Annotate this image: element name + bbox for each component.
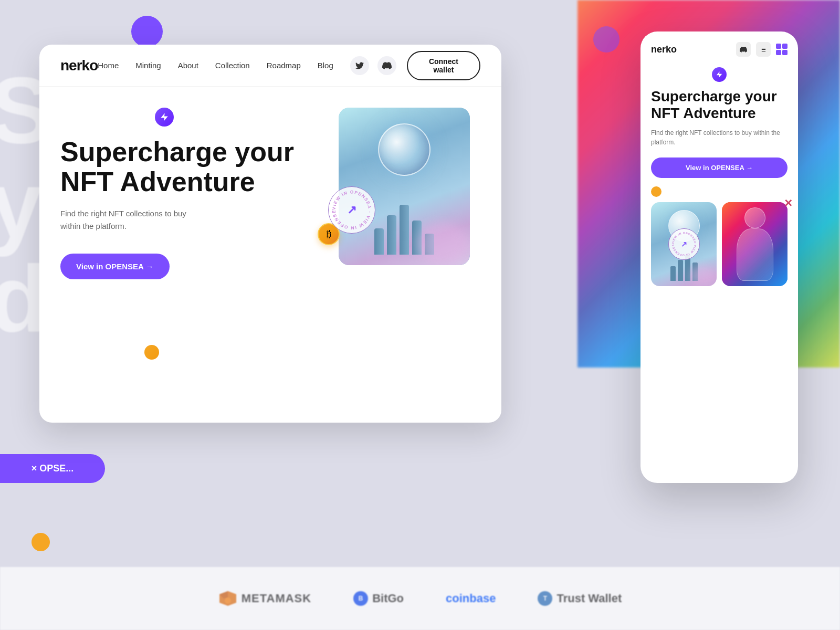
mobile-nav-icons: ☰ (736, 42, 788, 57)
bg-circle-purple (131, 16, 163, 47)
grid-dot-3 (776, 50, 781, 55)
mobile-nav: nerko ☰ (640, 32, 798, 62)
pillar-3 (400, 205, 409, 255)
bg-metamask-logo: METAMASK (218, 590, 311, 607)
mobile-discord-svg (740, 47, 747, 52)
twitter-icon-btn[interactable] (350, 56, 369, 75)
nav-home[interactable]: Home (98, 61, 119, 70)
grid-dot-4 (782, 50, 788, 55)
mobile-brand-logo: nerko (651, 44, 677, 55)
mobile-nft-art (722, 202, 788, 286)
nav-social-icons (350, 56, 396, 75)
main-desktop-card: nerko Home Minting About Collection Road… (39, 45, 501, 423)
svg-text:VIEW IN OPENSEA · VIEW IN OPEN: VIEW IN OPENSEA · VIEW IN OPENSEA · (329, 187, 372, 230)
discord-icon-btn[interactable] (377, 56, 396, 75)
nft-main-card (339, 108, 470, 265)
main-nav: nerko Home Minting About Collection Road… (39, 45, 501, 87)
mobile-grid-icon[interactable] (776, 44, 788, 55)
mobile-lightning-icon (716, 71, 723, 78)
hero-right: ₿ VIEW IN OPENSEA · VIEW IN OPENSEA · ↗ (323, 108, 480, 407)
gold-accent-dot (144, 345, 159, 360)
hero-title: Supercharge your NFT Adventure (60, 137, 312, 197)
bg-dot-gold (32, 533, 50, 551)
hero-left: Supercharge your NFT Adventure Find the … (60, 108, 323, 407)
bg-investors-bar: METAMASK B BitGo coinbase T Trust Wallet (0, 567, 840, 630)
nft-artwork (339, 108, 470, 265)
mobile-body: Supercharge your NFT Adventure Find the … (640, 62, 798, 291)
nav-minting[interactable]: Minting (135, 61, 161, 70)
nav-roadmap[interactable]: Roadmap (267, 61, 301, 70)
bg-purple-btn: × OPSE... (0, 454, 105, 483)
mobile-nft-person-head (744, 207, 765, 228)
nav-collection[interactable]: Collection (215, 61, 250, 70)
x-decoration: ✕ (784, 197, 793, 209)
mobile-pink-blob (690, 265, 717, 286)
hero-section: Supercharge your NFT Adventure Find the … (39, 87, 501, 423)
mobile-pillar-2 (678, 260, 683, 281)
mobile-hero-title: Supercharge your NFT Adventure (651, 88, 788, 122)
nav-links: Home Minting About Collection Roadmap Bl… (98, 61, 333, 70)
mobile-hero-subtitle: Find the right NFT collections to buy wi… (651, 128, 788, 147)
bg-bitgo-text: BitGo (372, 592, 404, 605)
pillar-2 (387, 215, 396, 255)
mobile-menu-icon[interactable]: ☰ (756, 42, 771, 57)
pink-blob-decoration (417, 223, 470, 265)
bg-metamask-text: METAMASK (242, 592, 311, 605)
pillar-1 (374, 228, 384, 255)
opensea-stamp-inner: VIEW IN OPENSEA · VIEW IN OPENSEA · ↗ (329, 187, 375, 233)
mobile-opensea-stamp: VIEW IN OPENSEA·VIEW IN OPENSEA ↗ (668, 228, 700, 260)
bg-coinbase-logo: coinbase (446, 592, 496, 605)
bg-coinbase-text: coinbase (446, 592, 496, 605)
bg-trust-logo: T Trust Wallet (538, 591, 622, 606)
connect-wallet-button[interactable]: Connect wallet (407, 51, 480, 80)
opensea-stamp: VIEW IN OPENSEA · VIEW IN OPENSEA · ↗ (328, 186, 375, 234)
brand-logo: nerko (60, 57, 98, 74)
mobile-discord-icon[interactable] (736, 42, 751, 57)
grid-dot-1 (776, 44, 781, 49)
bg-bitgo-logo: B BitGo (353, 591, 404, 606)
mobile-nft-image-1: VIEW IN OPENSEA·VIEW IN OPENSEA ↗ (651, 202, 717, 286)
mobile-preview-card: nerko ☰ Supercharge your NFT Adventure F… (640, 32, 798, 483)
grid-dot-2 (782, 44, 788, 49)
mobile-nft-images: VIEW IN OPENSEA·VIEW IN OPENSEA ↗ ✕ (651, 202, 788, 286)
bg-purple-circle-tr (593, 26, 620, 52)
nav-about[interactable]: About (178, 61, 198, 70)
stamp-circle-svg: VIEW IN OPENSEA · VIEW IN OPENSEA · (329, 187, 375, 233)
nav-blog[interactable]: Blog (318, 61, 333, 70)
mobile-nft-person (737, 228, 773, 281)
svg-point-3 (225, 597, 231, 604)
hero-subtitle: Find the right NFT collections to buy wi… (60, 207, 207, 233)
mobile-pillar-1 (670, 266, 676, 281)
lightning-icon (160, 112, 169, 122)
bg-trust-text: Trust Wallet (556, 592, 622, 605)
purple-accent-dot (155, 108, 174, 127)
mobile-gold-dot (651, 186, 662, 197)
mobile-nft-image-2 (722, 202, 788, 286)
mobile-opensea-arrow: ↗ (681, 240, 687, 248)
mobile-opensea-button[interactable]: View in OPENSEA → (651, 158, 788, 178)
mobile-purple-accent (712, 67, 727, 82)
opensea-cta-button[interactable]: View in OPENSEA → (60, 254, 170, 279)
nft-sphere (378, 123, 430, 176)
